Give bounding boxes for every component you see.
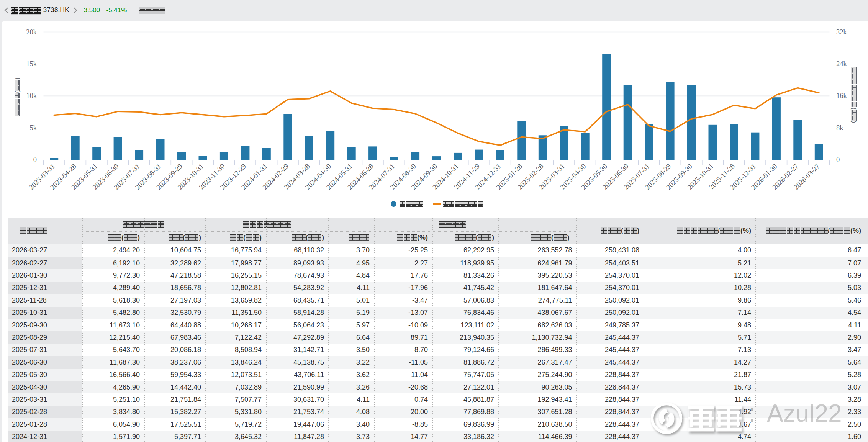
- svg-text:16k: 16k: [836, 92, 847, 100]
- svg-text:5k: 5k: [30, 124, 37, 132]
- svg-text:24k: 24k: [836, 60, 847, 68]
- svg-text:0: 0: [836, 156, 840, 164]
- svg-text:0: 0: [33, 156, 37, 164]
- svg-text:8k: 8k: [836, 124, 843, 132]
- svg-text:20k: 20k: [26, 28, 37, 36]
- svg-text:15k: 15k: [26, 60, 37, 68]
- svg-text:32k: 32k: [836, 28, 847, 36]
- svg-text:10k: 10k: [26, 92, 37, 100]
